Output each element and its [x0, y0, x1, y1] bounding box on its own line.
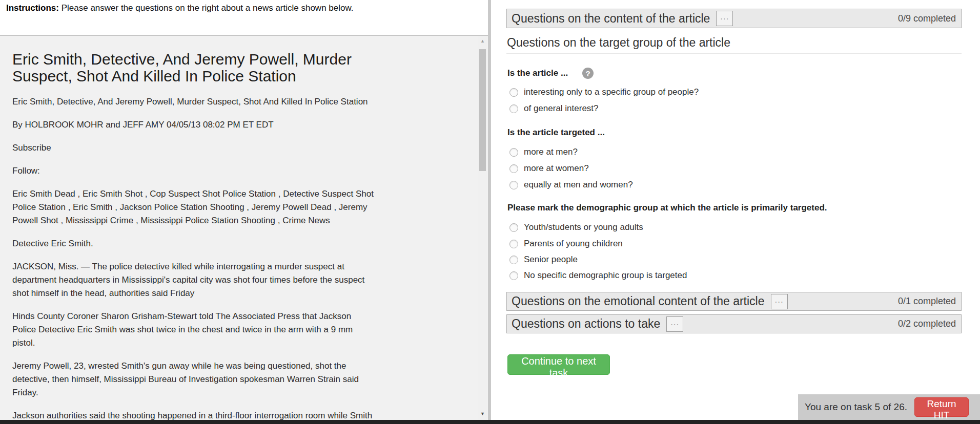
radio-label: Parents of young children [524, 239, 623, 249]
section-toggle-button[interactable]: ... [771, 294, 788, 309]
article-paragraph: Hinds County Coroner Sharon Grisham-Stew… [12, 310, 376, 350]
article-tags: Eric Smith Dead , Eric Smith Shot , Cop … [12, 187, 376, 227]
section-status: 0/9 completed [898, 13, 956, 24]
article-subscribe: Subscribe [12, 141, 376, 155]
section-title-target-group: Questions on the target group of the art… [507, 36, 730, 50]
section-toggle-button[interactable]: ... [716, 11, 733, 26]
radio-option[interactable]: Senior people [509, 254, 578, 265]
radio-label: more at women? [524, 163, 589, 174]
article-title: Eric Smith, Detective, And Jeremy Powell… [12, 51, 371, 84]
section-title: Questions on actions to take [512, 317, 660, 331]
continue-button[interactable]: Continue to next task [507, 354, 610, 375]
radio-option[interactable]: interesting only to a specific group of … [509, 87, 699, 98]
question-prompt-text: Is the article ... [507, 68, 568, 78]
article-paragraph: JACKSON, Miss. — The police detective ki… [12, 260, 376, 300]
radio-button[interactable] [509, 104, 518, 113]
question-prompt: Is the article ... ? [507, 68, 594, 79]
section-title: Questions on the content of the article [512, 12, 710, 26]
radio-label: equally at men and women? [524, 180, 633, 190]
instructions-text: Please answer the questions on the right… [59, 3, 354, 13]
radio-label: Youth/students or young adults [524, 222, 643, 232]
question-prompt: Is the article targeted ... [507, 128, 605, 138]
article-paragraph: Jeremy Powell, 23, wrested Smith's gun a… [12, 359, 376, 399]
task-page: Instructions: Please answer the question… [0, 0, 980, 424]
article-follow: Follow: [12, 164, 376, 178]
section-divider [506, 53, 962, 54]
radio-button[interactable] [509, 223, 518, 232]
radio-button[interactable] [509, 181, 518, 189]
task-status-bar: You are on task 5 of 26. Return HIT [798, 394, 980, 420]
section-status: 0/1 completed [898, 296, 956, 307]
article-photo-caption: Detective Eric Smith. [12, 237, 376, 250]
question-prompt-text: Please mark the demographic group at whi… [507, 203, 827, 213]
article-scrollbar[interactable]: ▲ ▼ [478, 36, 487, 420]
radio-label: No specific demographic group is targete… [524, 270, 687, 281]
radio-button[interactable] [509, 164, 518, 173]
section-toggle-button[interactable]: ... [666, 316, 683, 332]
radio-option[interactable]: Youth/students or young adults [509, 222, 643, 233]
article-byline: By HOLBROOK MOHR and JEFF AMY 04/05/13 0… [12, 118, 376, 132]
radio-button[interactable] [509, 88, 518, 97]
radio-label: of general interest? [524, 103, 599, 114]
scroll-down-icon[interactable]: ▼ [478, 410, 487, 418]
radio-option[interactable]: No specific demographic group is targete… [509, 270, 687, 281]
question-prompt-text: Is the article targeted ... [507, 128, 605, 138]
section-title: Questions on the emotional content of th… [512, 294, 765, 308]
help-icon[interactable]: ? [582, 68, 594, 79]
radio-label: Senior people [524, 255, 578, 265]
instructions-banner: Instructions: Please answer the question… [0, 0, 488, 36]
radio-option[interactable]: more at men? [509, 146, 578, 158]
task-status-text: You are on task 5 of 26. [805, 401, 907, 413]
article-content: Eric Smith, Detective, And Jeremy Powell… [0, 36, 376, 420]
question-prompt: Please mark the demographic group at whi… [507, 203, 827, 213]
questions-panel: Questions on the content of the article … [491, 0, 980, 420]
radio-option[interactable]: Parents of young children [509, 238, 623, 249]
scrollbar-thumb[interactable] [479, 49, 486, 171]
article-paragraph: Jackson authorities said the shooting ha… [12, 409, 376, 420]
article-panel[interactable]: Eric Smith, Detective, And Jeremy Powell… [0, 36, 488, 420]
bottom-bar [0, 420, 980, 424]
section-header-emotional[interactable]: Questions on the emotional content of th… [506, 292, 962, 311]
radio-label: interesting only to a specific group of … [524, 87, 699, 97]
instructions-label: Instructions: [6, 3, 59, 13]
radio-label: more at men? [524, 147, 578, 157]
article-subtitle: Eric Smith, Detective, And Jeremy Powell… [12, 95, 376, 109]
radio-option[interactable]: of general interest? [509, 103, 599, 114]
radio-option[interactable]: equally at men and women? [509, 179, 633, 190]
radio-button[interactable] [509, 148, 518, 157]
radio-option[interactable]: more at women? [509, 163, 589, 174]
radio-button[interactable] [509, 256, 518, 264]
return-hit-button[interactable]: Return HIT [914, 397, 969, 417]
scroll-up-icon[interactable]: ▲ [478, 37, 487, 45]
section-header-content[interactable]: Questions on the content of the article … [506, 9, 962, 28]
section-status: 0/2 completed [898, 319, 956, 329]
radio-button[interactable] [509, 271, 518, 280]
section-header-actions[interactable]: Questions on actions to take ... 0/2 com… [506, 314, 962, 333]
radio-button[interactable] [509, 240, 518, 248]
